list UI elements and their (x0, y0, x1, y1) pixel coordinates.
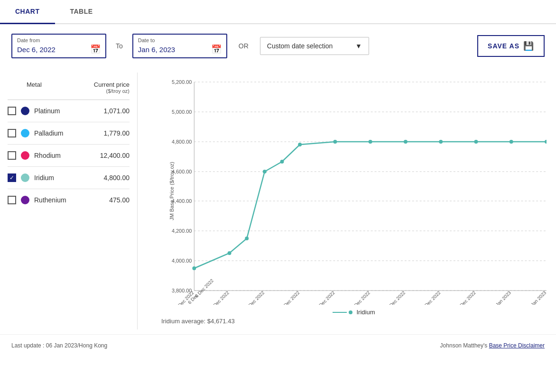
date-to-field[interactable]: Date to Jan 6, 2023 📅 (132, 34, 227, 58)
legend-iridium-label: Iridium (356, 309, 375, 316)
svg-text:8 Dec 2022: 8 Dec 2022 (209, 290, 230, 305)
disclaimer-prefix: Johnson Matthey's (440, 342, 489, 349)
svg-point-41 (474, 140, 478, 144)
date-from-value: Dec 6, 2022 (17, 46, 56, 54)
svg-point-32 (228, 251, 232, 255)
col-metal-header: Metal (8, 81, 42, 94)
svg-point-43 (545, 140, 547, 144)
metal-row-rhodium: Rhodium12,400.00 (8, 145, 130, 167)
svg-text:12 Dec 2022: 12 Dec 2022 (243, 290, 266, 305)
checkbox-ruthenium[interactable] (8, 196, 16, 204)
or-label: OR (235, 42, 252, 50)
dot-iridium (21, 173, 29, 182)
dot-ruthenium (21, 196, 29, 204)
tab-table[interactable]: TABLE (55, 0, 108, 24)
svg-text:6 Dec 2022: 6 Dec 2022 (194, 278, 215, 299)
svg-text:4,600.00: 4,600.00 (172, 169, 192, 174)
svg-point-31 (192, 266, 196, 270)
metal-name-palladium: Palladium (34, 129, 104, 137)
svg-text:14 Dec 2022: 14 Dec 2022 (278, 290, 301, 305)
svg-text:16 Dec 2022: 16 Dec 2022 (313, 290, 336, 305)
metal-table-header: Metal Current price ($/troy oz) (8, 77, 130, 100)
checkbox-platinum[interactable] (8, 107, 16, 115)
save-as-label: SAVE AS (488, 42, 519, 50)
calendar-from-icon[interactable]: 📅 (90, 44, 101, 55)
tab-chart[interactable]: CHART (0, 0, 55, 24)
calendar-to-icon[interactable]: 📅 (211, 44, 222, 55)
svg-point-39 (404, 140, 408, 144)
metal-price-rhodium: 12,400.00 (100, 152, 130, 159)
iridium-average: Iridium average: $4,671.43 (147, 316, 547, 325)
svg-text:4,000.00: 4,000.00 (172, 258, 192, 264)
date-from-label: Date from (17, 37, 101, 43)
svg-text:22 Dec 2022: 22 Dec 2022 (384, 290, 407, 305)
metal-name-ruthenium: Ruthenium (34, 196, 109, 204)
svg-text:4,200.00: 4,200.00 (172, 228, 192, 234)
save-as-button[interactable]: SAVE AS 💾 (477, 35, 545, 57)
chart-area: JM Base Price ($/troy oz) .grid-line { s… (138, 73, 556, 329)
metal-row-iridium: Iridium4,800.00 (8, 167, 130, 189)
col-price-header: Current price (94, 81, 130, 88)
chart-legend: Iridium (161, 309, 547, 316)
svg-point-42 (510, 140, 513, 144)
page-container: CHART TABLE Date from Dec 6, 2022 📅 To D… (0, 0, 556, 354)
left-panel: Metal Current price ($/troy oz) Platinum… (0, 73, 138, 329)
controls-bar: Date from Dec 6, 2022 📅 To Date to Jan 6… (0, 24, 556, 68)
svg-text:6 Jan 2023: 6 Jan 2023 (527, 290, 547, 305)
checkbox-palladium[interactable] (8, 129, 16, 137)
svg-point-40 (439, 140, 443, 144)
svg-text:5,200.00: 5,200.00 (172, 79, 192, 85)
main-content: Metal Current price ($/troy oz) Platinum… (0, 68, 556, 334)
metal-rows: Platinum1,071.00Palladium1,779.00Rhodium… (8, 100, 130, 211)
dot-rhodium (21, 151, 29, 160)
svg-text:4 Jan 2023: 4 Jan 2023 (492, 290, 512, 305)
date-to-label: Date to (138, 37, 222, 43)
metal-row-platinum: Platinum1,071.00 (8, 100, 130, 122)
dot-platinum (21, 107, 29, 115)
metal-price-platinum: 1,071.00 (104, 107, 130, 115)
col-price-sub-header: ($/troy oz) (94, 88, 130, 94)
metal-price-palladium: 1,779.00 (104, 129, 130, 137)
svg-point-35 (280, 160, 284, 164)
metal-name-iridium: Iridium (34, 174, 104, 182)
metal-name-platinum: Platinum (34, 107, 104, 115)
to-label: To (114, 42, 125, 50)
checkbox-iridium[interactable] (8, 173, 16, 182)
svg-point-33 (245, 237, 249, 240)
chevron-down-icon: ▼ (355, 42, 362, 50)
custom-date-select[interactable]: Custom date selection ▼ (260, 37, 369, 55)
tabs-bar: CHART TABLE (0, 0, 556, 24)
svg-text:30 Dec 2022: 30 Dec 2022 (454, 290, 477, 305)
metal-price-ruthenium: 475.00 (109, 196, 130, 204)
svg-text:4,800.00: 4,800.00 (172, 139, 192, 145)
metal-price-iridium: 4,800.00 (104, 174, 130, 182)
custom-date-text: Custom date selection (267, 42, 333, 50)
disclaimer-link[interactable]: Base Price Disclaimer (489, 342, 545, 349)
svg-text:20 Dec 2022: 20 Dec 2022 (349, 290, 371, 305)
svg-text:4,400.00: 4,400.00 (172, 198, 192, 204)
svg-point-36 (298, 143, 302, 146)
disclaimer: Johnson Matthey's Base Price Disclaimer (440, 342, 545, 349)
svg-text:5,000.00: 5,000.00 (172, 109, 192, 115)
chart-container: JM Base Price ($/troy oz) .grid-line { s… (147, 77, 547, 305)
footer: Last update : 06 Jan 2023/Hong Kong John… (0, 334, 556, 354)
svg-text:28 Dec 2022: 28 Dec 2022 (419, 290, 442, 305)
last-update-text: Last update : 06 Jan 2023/Hong Kong (11, 342, 107, 349)
checkbox-rhodium[interactable] (8, 151, 16, 160)
date-to-value: Jan 6, 2023 (138, 46, 175, 54)
metal-row-ruthenium: Ruthenium475.00 (8, 189, 130, 211)
metal-row-palladium: Palladium1,779.00 (8, 122, 130, 145)
y-axis-label: JM Base Price ($/troy oz) (169, 162, 175, 220)
svg-point-38 (369, 140, 372, 144)
save-icon: 💾 (523, 41, 534, 51)
date-from-field[interactable]: Date from Dec 6, 2022 📅 (11, 34, 106, 58)
dot-palladium (21, 129, 29, 137)
svg-point-34 (263, 170, 267, 173)
svg-point-37 (333, 140, 337, 144)
metal-name-rhodium: Rhodium (34, 152, 100, 159)
